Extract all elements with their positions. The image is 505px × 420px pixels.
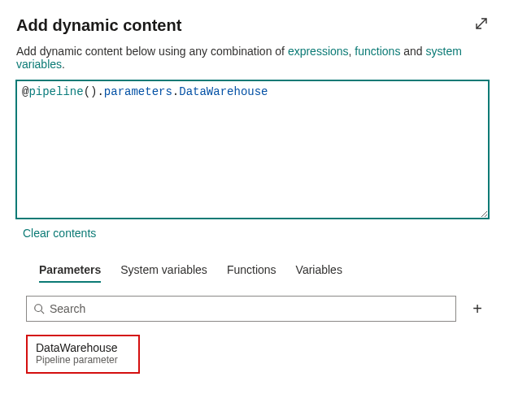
description-sep2: and (400, 45, 425, 58)
search-box[interactable] (26, 296, 456, 322)
expand-icon[interactable] (474, 16, 489, 34)
description-prefix: Add dynamic content below using any comb… (16, 45, 288, 58)
page-title: Add dynamic content (16, 16, 181, 35)
tabs: Parameters System variables Functions Va… (16, 263, 489, 283)
svg-point-1 (35, 305, 42, 312)
parameter-list: DataWarehouse Pipeline parameter (16, 335, 489, 374)
add-button[interactable]: + (466, 297, 489, 320)
expr-dot2: . (172, 85, 179, 98)
parameter-name: DataWarehouse (36, 341, 130, 354)
expr-func: pipeline (28, 85, 83, 98)
expr-paren: () (84, 85, 98, 98)
description-suffix: . (62, 58, 65, 71)
expressions-link[interactable]: expressions (288, 45, 349, 58)
functions-link[interactable]: functions (355, 45, 400, 58)
tab-functions[interactable]: Functions (227, 263, 276, 283)
description-text: Add dynamic content below using any comb… (16, 45, 489, 71)
svg-line-2 (41, 311, 45, 314)
svg-line-0 (477, 19, 486, 28)
tab-system-variables[interactable]: System variables (120, 263, 207, 283)
tab-variables[interactable]: Variables (296, 263, 342, 283)
expr-prop2: DataWarehouse (179, 85, 268, 98)
search-input[interactable] (50, 302, 449, 315)
parameter-item[interactable]: DataWarehouse Pipeline parameter (26, 335, 140, 374)
search-icon (33, 303, 45, 314)
expr-prop1: parameters (104, 85, 172, 98)
parameter-type: Pipeline parameter (36, 354, 130, 366)
expression-editor[interactable]: @pipeline().parameters.DataWarehouse (16, 80, 489, 219)
clear-contents-link[interactable]: Clear contents (23, 227, 96, 240)
expr-dot1: . (97, 85, 103, 98)
tab-parameters[interactable]: Parameters (39, 263, 101, 283)
